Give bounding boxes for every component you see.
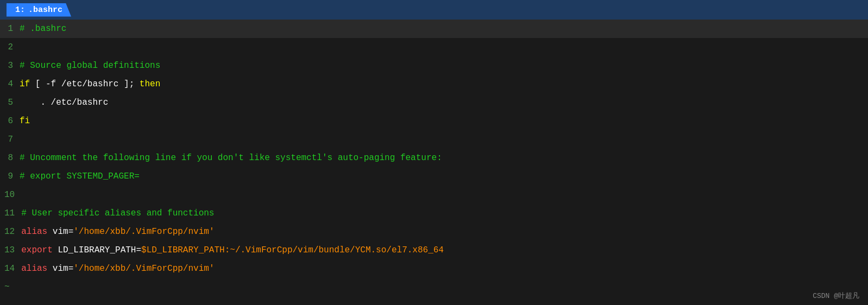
line-content[interactable]: . /etc/bashrc — [20, 93, 868, 112]
line-number: 5 — [0, 93, 20, 112]
code-line: 10 — [0, 186, 868, 204]
line-number: 14 — [0, 259, 21, 278]
line-content[interactable]: if [ -f /etc/bashrc ]; then — [20, 75, 868, 93]
code-line: 8# Uncomment the following line if you d… — [0, 149, 868, 167]
code-line: 5 . /etc/bashrc — [0, 93, 868, 112]
line-content[interactable]: alias vim='/home/xbb/.VimForCpp/nvim' — [21, 223, 868, 241]
line-content[interactable]: fi — [20, 112, 868, 130]
line-content[interactable]: # Uncomment the following line if you do… — [20, 149, 868, 167]
watermark: CSDN @叶超凡 — [813, 291, 859, 301]
line-number: 12 — [0, 223, 21, 241]
line-number: 6 — [0, 112, 20, 130]
line-number: 4 — [0, 75, 20, 93]
line-number: 9 — [0, 167, 20, 186]
code-line: 6fi — [0, 112, 868, 130]
tab-filename: .bashrc — [28, 5, 62, 15]
line-number: 10 — [0, 186, 21, 204]
tilde: ~ — [0, 278, 868, 296]
line-number: 8 — [0, 149, 20, 167]
code-line: 14alias vim='/home/xbb/.VimForCpp/nvim' — [0, 259, 868, 278]
code-container: 1# .bashrc23# Source global definitions4… — [0, 20, 868, 278]
code-line: 12alias vim='/home/xbb/.VimForCpp/nvim' — [0, 223, 868, 241]
title-bar: 1: .bashrc — [0, 0, 868, 20]
line-content[interactable]: # User specific aliases and functions — [21, 204, 868, 223]
tab-number: 1: — [15, 5, 25, 15]
line-number: 1 — [0, 20, 20, 38]
line-number: 3 — [0, 56, 20, 75]
editor-area: 1# .bashrc23# Source global definitions4… — [0, 20, 868, 305]
line-content[interactable]: # Source global definitions — [20, 56, 868, 75]
code-line: 13export LD_LIBRARY_PATH=$LD_LIBRARY_PAT… — [0, 241, 868, 259]
line-number: 2 — [0, 38, 20, 56]
code-line: 3# Source global definitions — [0, 56, 868, 75]
title-tab[interactable]: 1: .bashrc — [7, 3, 71, 17]
line-content[interactable]: export LD_LIBRARY_PATH=$LD_LIBRARY_PATH:… — [21, 241, 868, 259]
line-content[interactable]: # export SYSTEMD_PAGER= — [20, 167, 868, 186]
code-line: 7 — [0, 130, 868, 149]
line-content[interactable]: # .bashrc — [20, 20, 868, 38]
code-line: 2 — [0, 38, 868, 56]
code-line: 11# User specific aliases and functions — [0, 204, 868, 223]
line-content[interactable]: alias vim='/home/xbb/.VimForCpp/nvim' — [21, 259, 868, 278]
line-number: 7 — [0, 130, 20, 149]
line-number: 11 — [0, 204, 21, 223]
code-line: 4if [ -f /etc/bashrc ]; then — [0, 75, 868, 93]
code-line: 1# .bashrc — [0, 20, 868, 38]
code-line: 9# export SYSTEMD_PAGER= — [0, 167, 868, 186]
line-number: 13 — [0, 241, 21, 259]
